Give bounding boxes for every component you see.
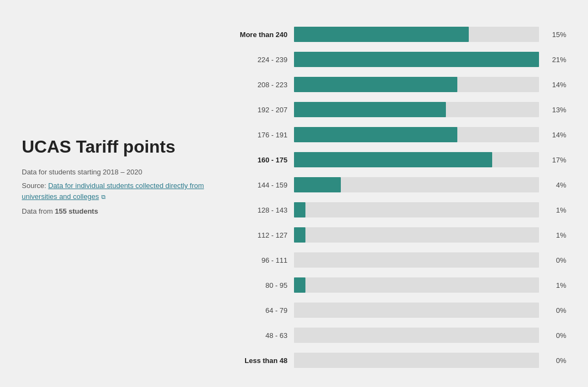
bar-track <box>294 303 539 318</box>
bar-track <box>294 328 539 343</box>
bar-row: 128 - 1431% <box>229 197 566 222</box>
bar-label: 160 - 175 <box>229 156 294 164</box>
bar-pct-label: 0% <box>539 256 566 264</box>
bar-row: 160 - 17517% <box>229 147 566 172</box>
bar-label: 64 - 79 <box>229 306 294 315</box>
bar-row: Less than 480% <box>229 348 566 373</box>
chart-panel: More than 24015%224 - 23921%208 - 22314%… <box>229 16 566 373</box>
bar-pct-label: 21% <box>539 56 566 64</box>
bar-pct-label: 0% <box>539 331 566 340</box>
bar-pct-label: 1% <box>539 281 566 289</box>
bar-fill <box>294 202 305 217</box>
source-prefix: Source: <box>22 182 48 190</box>
bar-pct-label: 1% <box>539 206 566 214</box>
bar-fill <box>294 27 469 42</box>
bar-fill <box>294 127 457 142</box>
bar-row: 112 - 1271% <box>229 222 566 247</box>
bar-fill <box>294 177 341 192</box>
source-text: Source: Data for individual students col… <box>22 180 218 202</box>
bar-label: 224 - 239 <box>229 56 294 64</box>
bar-row: 64 - 790% <box>229 298 566 323</box>
bar-track <box>294 353 539 368</box>
external-link-icon: ⧉ <box>101 192 106 202</box>
bar-pct-label: 14% <box>539 81 566 89</box>
bar-label: 208 - 223 <box>229 81 294 89</box>
bar-row: More than 24015% <box>229 22 566 47</box>
bar-row: 176 - 19114% <box>229 122 566 147</box>
date-range-text: Data for students starting 2018 – 2020 <box>22 168 218 176</box>
bar-label: 48 - 63 <box>229 331 294 340</box>
bar-row: 80 - 951% <box>229 273 566 298</box>
bar-track <box>294 227 539 243</box>
chart-title: UCAS Tariff points <box>22 136 218 157</box>
bar-row: 96 - 1110% <box>229 247 566 273</box>
students-count: 155 students <box>55 207 98 215</box>
bar-label: 192 - 207 <box>229 106 294 114</box>
bar-fill <box>294 102 446 117</box>
bar-row: 144 - 1594% <box>229 172 566 197</box>
bar-row: 48 - 630% <box>229 323 566 348</box>
students-text: Data from 155 students <box>22 207 218 215</box>
bar-pct-label: 1% <box>539 231 566 239</box>
bar-label: More than 240 <box>229 31 294 39</box>
bar-track <box>294 202 539 217</box>
bar-track <box>294 152 539 167</box>
bar-fill <box>294 277 305 293</box>
bar-row: 208 - 22314% <box>229 72 566 97</box>
page-container: UCAS Tariff points Data for students sta… <box>0 0 588 387</box>
bar-fill <box>294 77 457 92</box>
bar-row: 224 - 23921% <box>229 47 566 72</box>
bar-track <box>294 277 539 293</box>
bar-pct-label: 0% <box>539 356 566 365</box>
source-link[interactable]: Data for individual students collected d… <box>22 182 204 201</box>
bar-label: 176 - 191 <box>229 131 294 139</box>
bar-label: 112 - 127 <box>229 231 294 239</box>
students-prefix: Data from <box>22 207 55 215</box>
bar-track <box>294 102 539 117</box>
bar-pct-label: 13% <box>539 106 566 114</box>
bar-label: 128 - 143 <box>229 206 294 214</box>
bar-track <box>294 127 539 142</box>
bar-track <box>294 77 539 92</box>
bar-fill <box>294 227 305 243</box>
bar-pct-label: 17% <box>539 156 566 164</box>
bar-label: 96 - 111 <box>229 256 294 264</box>
bar-track <box>294 52 539 67</box>
bar-label: Less than 48 <box>229 356 294 365</box>
bar-track <box>294 27 539 42</box>
bar-pct-label: 4% <box>539 181 566 189</box>
bar-track <box>294 252 539 268</box>
bar-pct-label: 15% <box>539 31 566 39</box>
bar-pct-label: 0% <box>539 306 566 315</box>
bar-fill <box>294 152 492 167</box>
bar-label: 144 - 159 <box>229 181 294 189</box>
bar-pct-label: 14% <box>539 131 566 139</box>
left-panel: UCAS Tariff points Data for students sta… <box>22 16 229 215</box>
bar-track <box>294 177 539 192</box>
bar-label: 80 - 95 <box>229 281 294 289</box>
bar-row: 192 - 20713% <box>229 97 566 122</box>
bar-fill <box>294 52 539 67</box>
